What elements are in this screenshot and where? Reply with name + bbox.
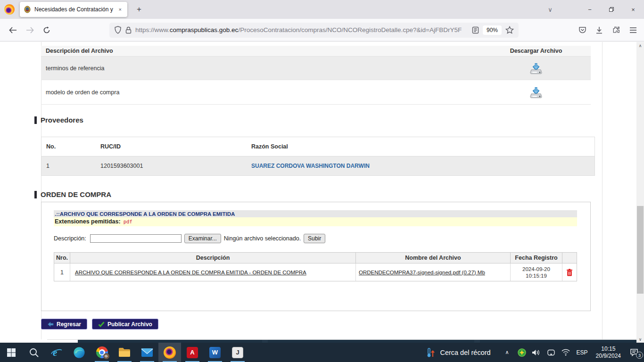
firefox-icon — [164, 346, 176, 359]
files-table: Descripción del Archivo Descargar Archiv… — [41, 46, 591, 105]
volume-icon[interactable] — [531, 349, 542, 356]
start-button[interactable] — [0, 343, 23, 362]
reload-button[interactable] — [39, 22, 55, 38]
minimize-button[interactable]: − — [579, 0, 601, 19]
scroll-up-icon[interactable]: ∧ — [639, 42, 642, 49]
descripcion-input[interactable] — [90, 234, 182, 243]
weather-widget[interactable]: Cerca del récord — [426, 347, 490, 358]
table-row: terminos de referencia — [41, 57, 591, 80]
table-row: 1 ARCHIVO QUE CORRESPONDE A LA ORDEN DE … — [54, 263, 577, 281]
vertical-scrollbar[interactable]: ∧ ∨ — [636, 42, 644, 343]
url-text: https://www.compraspublicas.gob.ec/Proce… — [135, 26, 468, 33]
regresar-button[interactable]: Regresar — [41, 319, 87, 329]
svg-text:e: e — [53, 347, 57, 358]
close-button[interactable]: × — [622, 0, 644, 19]
screen: Necesidades de Contratación y × + ∨ − × — [0, 0, 644, 362]
toolbar-right-icons — [573, 22, 641, 38]
provider-ruc: 1201593603001 — [100, 163, 251, 169]
taskbar-mail[interactable] — [136, 343, 158, 362]
file-number: 1 — [54, 263, 70, 281]
header-ruc: RUC/ID — [100, 143, 251, 150]
provider-name-link[interactable]: SUAREZ CORDOVA WASHINGTON DARWIN — [251, 163, 370, 169]
tab-close-icon[interactable]: × — [117, 6, 124, 13]
file-description: modelo de orden de compra — [41, 89, 481, 96]
taskbar-edge[interactable] — [68, 343, 91, 362]
bookmark-star-icon[interactable] — [505, 26, 514, 34]
taskbar-file-explorer[interactable] — [113, 343, 136, 362]
language-indicator[interactable]: ESP — [577, 349, 588, 356]
file-description-link[interactable]: ARCHIVO QUE CORRESPONDE A LA ORDEN DE CO… — [75, 270, 306, 275]
menu-hamburger-icon[interactable] — [625, 22, 641, 38]
taskbar-search-button[interactable] — [23, 343, 45, 362]
browser-tab[interactable]: Necesidades de Contratación y × — [20, 2, 127, 17]
java-app-icon: J — [232, 347, 243, 358]
restore-icon — [609, 7, 614, 12]
scrollbar-thumb[interactable] — [637, 206, 644, 294]
restore-button[interactable] — [601, 0, 622, 19]
file-date: 2024-09-20 — [522, 266, 550, 272]
delete-trash-icon[interactable] — [566, 269, 573, 276]
download-file-icon[interactable] — [529, 62, 543, 74]
browse-button[interactable]: Examinar... — [184, 234, 221, 243]
orden-panel: .::ARCHIVO QUE CORRESPONDE A LA ORDEN DE… — [41, 202, 591, 311]
thermometer-icon — [426, 347, 436, 358]
table-row: modelo de orden de compra — [41, 80, 591, 105]
lock-icon[interactable] — [125, 26, 132, 34]
extensions-value: pdf — [124, 219, 132, 224]
download-file-icon[interactable] — [529, 86, 543, 99]
downloads-icon[interactable] — [591, 22, 607, 38]
notification-center-button[interactable]: 3 — [627, 348, 641, 356]
proveedores-table: No. RUC/ID Razón Social 1 1201593603001 … — [41, 137, 595, 176]
header-descripcion: Descripción — [70, 253, 356, 263]
taskbar-internet-explorer[interactable]: e — [45, 343, 68, 362]
uploaded-files-table: Nro. Descripción Nombre del Archivo Fech… — [54, 252, 577, 281]
extensions-puzzle-icon[interactable] — [608, 22, 624, 38]
no-file-text: Ningún archivo seleccionado. — [224, 235, 301, 242]
header-no: No. — [41, 143, 100, 150]
antivirus-icon[interactable] — [516, 348, 528, 357]
reader-mode-icon[interactable] — [472, 26, 479, 34]
tray-overflow-chevron-icon[interactable]: ∧ — [502, 349, 513, 355]
publicar-archivo-button[interactable]: Publicar Archivo — [92, 319, 158, 329]
url-bar[interactable]: https://www.compraspublicas.gob.ec/Proce… — [109, 23, 519, 38]
back-button[interactable] — [5, 22, 21, 38]
edge-icon — [73, 346, 85, 359]
internet-explorer-icon: e — [50, 346, 63, 359]
site-favicon-icon — [24, 6, 31, 13]
zoom-level-indicator[interactable]: 90% — [483, 25, 502, 35]
extensions-row: Extensiones pemitidas:pdf — [54, 217, 577, 226]
word-icon: W — [209, 347, 221, 358]
taskbar-acrobat[interactable]: A — [181, 343, 204, 362]
provider-number: 1 — [41, 163, 100, 169]
proveedores-section-title: Proveedores — [34, 116, 83, 124]
windows-logo-icon — [7, 348, 16, 357]
firefox-app-button[interactable] — [0, 4, 19, 15]
taskbar-java-app[interactable]: J — [226, 343, 249, 362]
proveedores-table-header: No. RUC/ID Razón Social — [41, 137, 594, 156]
pocket-icon[interactable] — [574, 22, 590, 38]
firefox-logo-icon — [4, 4, 15, 15]
extensions-label: Extensiones pemitidas: — [55, 218, 121, 225]
meet-now-icon[interactable] — [545, 349, 557, 356]
taskbar-firefox[interactable] — [158, 343, 181, 362]
taskbar-word[interactable]: W — [204, 343, 226, 362]
back-arrow-icon — [47, 321, 54, 327]
page-frame-right-border — [602, 42, 603, 339]
wifi-icon[interactable] — [560, 349, 571, 356]
list-tabs-icon[interactable]: ∨ — [539, 0, 561, 19]
upload-button[interactable]: Subir — [304, 234, 325, 243]
acrobat-icon: A — [187, 347, 198, 358]
forward-button[interactable] — [22, 22, 38, 38]
action-buttons: Regresar Publicar Archivo — [41, 319, 158, 329]
header-nro: Nro. — [54, 253, 70, 263]
tracking-shield-icon[interactable] — [114, 26, 122, 34]
system-tray: Cerca del récord ∧ — [426, 346, 644, 360]
descripcion-label: Descripción: — [54, 235, 86, 242]
search-icon — [29, 347, 39, 358]
new-tab-button[interactable]: + — [133, 5, 145, 14]
taskbar-chrome[interactable]: G — [91, 343, 113, 362]
taskbar-clock[interactable]: 10:15 20/9/2024 — [596, 346, 621, 360]
file-name-link[interactable]: ORDENDECOMPRA37-signed-signed.pdf (0.27)… — [359, 270, 485, 275]
file-time: 10:15:19 — [526, 272, 547, 279]
scroll-down-icon[interactable]: ∨ — [639, 336, 642, 343]
